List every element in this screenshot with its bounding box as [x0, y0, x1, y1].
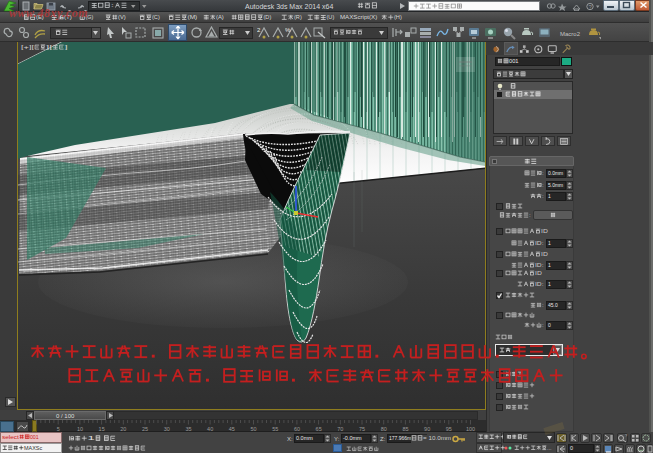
svg-text:]: ]	[64, 44, 68, 50]
svg-text:%: %	[285, 27, 291, 33]
svg-text:55: 55	[272, 426, 278, 432]
svg-text:80: 80	[381, 426, 387, 432]
svg-text:ID:: ID:	[535, 240, 544, 246]
svg-text:20: 20	[120, 426, 126, 432]
svg-text::: :	[542, 182, 544, 188]
svg-text:?: ?	[625, 433, 628, 438]
svg-text:(H): (H)	[394, 14, 402, 20]
svg-text::: :	[542, 322, 544, 328]
svg-text:85: 85	[402, 426, 408, 432]
svg-text:ID:: ID:	[535, 281, 544, 287]
svg-text:(C): (C)	[152, 14, 160, 20]
svg-text:...: ...	[547, 445, 552, 451]
svg-text:(R): (R)	[294, 14, 302, 20]
svg-text:90: 90	[424, 426, 430, 432]
svg-text::: :	[529, 212, 531, 218]
svg-text:001: 001	[30, 434, 39, 440]
svg-text:15: 15	[99, 426, 105, 432]
svg-text:(V): (V)	[118, 14, 126, 20]
svg-text:35: 35	[185, 426, 191, 432]
svg-text:select: select	[2, 434, 20, 440]
svg-text:95: 95	[446, 426, 452, 432]
svg-text:[+][: [+][	[21, 44, 35, 50]
svg-text:45: 45	[229, 426, 235, 432]
svg-text:2: 2	[257, 27, 261, 33]
svg-text::: :	[542, 302, 544, 308]
svg-text:MAXSc: MAXSc	[24, 445, 43, 451]
svg-text:ID: ID	[541, 251, 548, 257]
svg-text:25: 25	[142, 426, 148, 432]
svg-text::: :	[542, 193, 544, 199]
svg-text:ID: ID	[535, 270, 542, 276]
svg-text::: :	[542, 170, 544, 176]
svg-text:30: 30	[164, 426, 170, 432]
svg-text:70: 70	[337, 426, 343, 432]
svg-text:1: 1	[88, 435, 96, 441]
svg-text:ID: ID	[541, 228, 548, 234]
svg-text:40: 40	[207, 426, 213, 432]
svg-text:10: 10	[77, 426, 83, 432]
svg-text:(M): (M)	[188, 14, 198, 20]
svg-text:ID:: ID:	[535, 262, 544, 268]
svg-text:(U): (U)	[327, 14, 335, 20]
svg-text:75: 75	[359, 426, 365, 432]
svg-text:5: 5	[57, 426, 60, 432]
svg-text:MAXScript(X): MAXScript(X)	[340, 14, 377, 20]
svg-text:(D): (D)	[264, 14, 272, 20]
svg-text:001: 001	[509, 58, 519, 64]
svg-text:(A): (A)	[216, 14, 224, 20]
svg-text:][: ][	[46, 44, 53, 50]
svg-text:60: 60	[294, 426, 300, 432]
svg-text:50: 50	[251, 426, 257, 432]
svg-text:100: 100	[466, 426, 475, 432]
svg-text::: :	[111, 2, 115, 8]
svg-text:= 10.0mm: = 10.0mm	[423, 435, 451, 441]
svg-text:65: 65	[316, 426, 322, 432]
